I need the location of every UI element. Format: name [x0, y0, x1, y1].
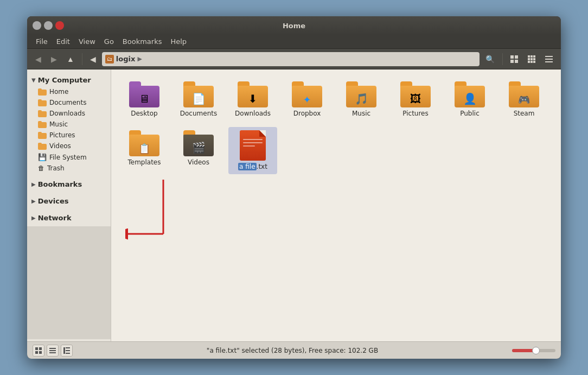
- svg-rect-29: [66, 353, 70, 354]
- sidebar-section-devices: ▶ Devices: [27, 193, 111, 209]
- svg-rect-11: [531, 61, 533, 63]
- sidebar-item-videos[interactable]: Videos: [27, 141, 111, 151]
- svg-rect-1: [515, 55, 518, 59]
- window-controls: [33, 21, 64, 30]
- file-item-templates[interactable]: 📋 Templates: [120, 127, 169, 175]
- pictures-folder-icon-lg: 🖼: [400, 81, 431, 107]
- view-icons-button[interactable]: [507, 53, 522, 65]
- svg-rect-0: [510, 55, 514, 59]
- file-item-pictures[interactable]: 🖼 Pictures: [391, 78, 440, 122]
- svg-rect-23: [49, 348, 56, 349]
- downloads-folder-icon-lg: ⬇: [238, 81, 268, 107]
- file-area[interactable]: 🖥 Desktop 📄 Documents: [111, 69, 561, 341]
- svg-rect-24: [49, 350, 56, 351]
- svg-rect-9: [533, 58, 535, 60]
- zoom-thumb[interactable]: [532, 347, 540, 354]
- file-item-downloads[interactable]: ⬇ Downloads: [228, 78, 277, 122]
- menu-go[interactable]: Go: [100, 36, 118, 47]
- file-item-steam[interactable]: 🎮 Steam: [500, 78, 548, 122]
- search-button[interactable]: 🔍: [482, 53, 498, 66]
- toolbar-separator-1: [82, 53, 82, 65]
- steam-label: Steam: [514, 110, 535, 118]
- videos-folder-icon-lg: 🎬: [183, 130, 214, 156]
- sidebar-item-documents[interactable]: Documents: [27, 97, 111, 108]
- sidebar-header-devices[interactable]: ▶ Devices: [27, 195, 111, 207]
- svg-rect-4: [528, 55, 530, 58]
- sidebar-item-home-label: Home: [49, 88, 68, 96]
- menu-help[interactable]: Help: [166, 36, 191, 47]
- statusbar-icon-btn-3[interactable]: [61, 345, 73, 357]
- sidebar-item-file-system[interactable]: 💾 File System: [27, 151, 111, 163]
- templates-folder-icon: 📋: [129, 130, 159, 156]
- view-list-button[interactable]: [541, 53, 557, 65]
- sidebar-item-downloads-label: Downloads: [49, 110, 85, 117]
- sidebar-arrow-network: ▶: [31, 215, 36, 221]
- dropbox-label: Dropbox: [293, 110, 321, 118]
- file-grid: 🖥 Desktop 📄 Documents: [120, 78, 552, 174]
- menu-file[interactable]: File: [31, 36, 52, 47]
- maximize-button[interactable]: [44, 21, 53, 30]
- downloads-folder-icon: [38, 110, 47, 117]
- svg-rect-7: [528, 58, 530, 60]
- zoom-bar[interactable]: [512, 349, 555, 352]
- file-item-documents[interactable]: 📄 Documents: [174, 78, 223, 122]
- sidebar-item-pictures-label: Pictures: [49, 131, 75, 139]
- statusbar-icon-btn-1[interactable]: [33, 345, 44, 357]
- sidebar-item-pictures[interactable]: Pictures: [27, 130, 111, 141]
- prev-location-button[interactable]: ◀: [86, 53, 100, 66]
- minimize-button[interactable]: [33, 21, 41, 30]
- sidebar-label-my-computer: My Computer: [38, 76, 91, 84]
- sidebar-label-bookmarks: Bookmarks: [38, 180, 82, 188]
- public-label: Public: [460, 110, 480, 118]
- file-item-videos[interactable]: 🎬 Videos: [174, 127, 223, 175]
- svg-rect-2: [510, 60, 514, 63]
- desktop-folder-icon: 🖥: [129, 81, 159, 107]
- sidebar-item-trash[interactable]: 🗑 Trash: [27, 163, 111, 174]
- sidebar-header-bookmarks[interactable]: ▶ Bookmarks: [27, 178, 111, 190]
- videos-label: Videos: [188, 158, 209, 167]
- file-item-music[interactable]: 🎵 Music: [337, 78, 386, 122]
- status-text: "a file.txt" selected (28 bytes), Free s…: [207, 347, 378, 354]
- sidebar-bottom-blank: [27, 226, 111, 339]
- main-area: ▼ My Computer Home Documents Downloads: [27, 69, 561, 341]
- sidebar-header-my-computer[interactable]: ▼ My Computer: [27, 74, 111, 86]
- menu-bookmarks[interactable]: Bookmarks: [118, 36, 167, 47]
- sidebar-item-downloads[interactable]: Downloads: [27, 108, 111, 119]
- sidebar-item-home[interactable]: Home: [27, 86, 111, 97]
- close-button[interactable]: [55, 21, 64, 30]
- statusbar-icons: [33, 345, 73, 357]
- svg-rect-10: [528, 61, 530, 63]
- a-file-txt-label: a file.txt: [238, 163, 267, 171]
- file-item-desktop[interactable]: 🖥 Desktop: [120, 78, 169, 122]
- file-item-public[interactable]: 👤 Public: [445, 78, 494, 122]
- documents-label: Documents: [180, 110, 217, 118]
- back-button[interactable]: ◀: [31, 53, 45, 66]
- sidebar-label-network: Network: [38, 214, 72, 222]
- sidebar-item-trash-label: Trash: [47, 164, 65, 172]
- window-title: Home: [283, 22, 305, 30]
- location-bar: 🗂 logix ▶: [102, 52, 480, 66]
- menu-view[interactable]: View: [74, 36, 100, 47]
- forward-button[interactable]: ▶: [47, 53, 61, 66]
- sidebar-item-videos-label: Videos: [49, 142, 71, 150]
- statusbar-icon-btn-2[interactable]: [47, 345, 59, 357]
- toolbar-separator-2: [502, 53, 503, 65]
- svg-rect-3: [515, 60, 518, 63]
- file-manager-window: Home File Edit View Go Bookmarks Help ◀ …: [27, 16, 561, 359]
- svg-rect-25: [49, 352, 56, 353]
- sidebar-arrow-my-computer: ▼: [31, 77, 36, 83]
- view-compact-button[interactable]: [524, 53, 539, 65]
- sidebar-header-network[interactable]: ▶ Network: [27, 212, 111, 224]
- trash-icon: 🗑: [38, 164, 44, 172]
- file-item-dropbox[interactable]: ✦ Dropbox: [283, 78, 331, 122]
- svg-rect-21: [35, 351, 38, 354]
- steam-folder-icon: 🎮: [509, 81, 539, 107]
- up-button[interactable]: ▲: [63, 53, 78, 66]
- sidebar-item-music[interactable]: Music: [27, 119, 111, 130]
- svg-rect-14: [545, 59, 553, 60]
- sidebar-arrow-bookmarks: ▶: [31, 181, 36, 187]
- file-item-a-file-txt[interactable]: a file.txt: [228, 127, 277, 175]
- svg-rect-13: [545, 56, 553, 57]
- menu-edit[interactable]: Edit: [52, 36, 74, 47]
- location-arrow: ▶: [137, 55, 142, 62]
